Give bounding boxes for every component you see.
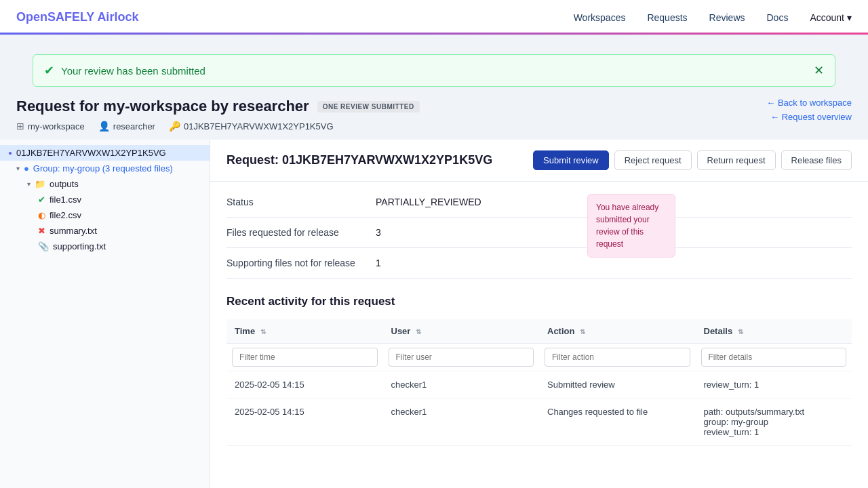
activity-title: Recent activity for this request xyxy=(226,295,852,308)
files-requested-label: Files requested for release xyxy=(226,227,376,238)
page-title: Request for my-workspace by researcher O… xyxy=(16,98,420,115)
meta-user: 👤 researcher xyxy=(98,121,155,131)
chevron-down-icon: ▾ xyxy=(847,12,852,23)
sidebar-file-1[interactable]: ✔ file1.csv xyxy=(0,192,210,207)
page-wrapper: ✔ Your review has been submitted ✕ Reque… xyxy=(0,35,868,488)
chevron-down-icon2: ▾ xyxy=(27,180,31,188)
filter-action-input[interactable] xyxy=(545,348,690,367)
supporting-files-value: 1 xyxy=(376,258,381,268)
nav-docs[interactable]: Docs xyxy=(767,12,789,23)
row1-details: review_turn: 1 xyxy=(696,371,852,399)
navbar: OpenSAFELY Airlock Workspaces Requests R… xyxy=(0,0,868,35)
filter-details-input[interactable] xyxy=(701,348,847,367)
file-supporting-icon: 📎 xyxy=(38,241,49,251)
meta-workspace: ⊞ my-workspace xyxy=(16,121,85,131)
account-menu[interactable]: Account ▾ xyxy=(810,12,852,23)
sidebar-folder-item[interactable]: ▾ 📁 outputs xyxy=(0,176,210,192)
alert-text: Your review has been submitted xyxy=(61,65,807,77)
title-text: Request for my-workspace by researcher xyxy=(16,98,309,115)
status-row-status: Status PARTIALLY_REVIEWED You have alrea… xyxy=(226,187,852,218)
status-table: Status PARTIALLY_REVIEWED You have alrea… xyxy=(210,187,868,279)
reject-request-button[interactable]: Reject request xyxy=(614,150,692,170)
navbar-links: Workspaces Requests Reviews Docs Account… xyxy=(574,12,852,23)
page-actions: ← Back to workspace ← Request overview xyxy=(766,98,852,122)
row1-user: checker1 xyxy=(383,371,540,399)
col-user[interactable]: User ⇅ xyxy=(383,319,540,344)
sort-time-icon: ⇅ xyxy=(260,328,266,336)
sidebar-root-item[interactable]: ● 01JKB7EH7YARVWXW1X2YP1K5VG xyxy=(0,145,210,161)
file-approved-icon: ✔ xyxy=(38,195,45,205)
nav-requests[interactable]: Requests xyxy=(647,12,687,23)
table-row: 2025-02-05 14:15 checker1 Submitted revi… xyxy=(226,371,852,399)
close-alert-button[interactable]: ✕ xyxy=(814,63,824,78)
root-circle-icon: ● xyxy=(8,149,12,157)
workspace-icon: ⊞ xyxy=(16,121,24,131)
sidebar-file-3-label: summary.txt xyxy=(50,226,97,236)
sidebar-file-4[interactable]: 📎 supporting.txt xyxy=(0,239,210,254)
meta-id: 🔑 01JKB7EH7YARVWXW1X2YP1K5VG xyxy=(169,121,334,131)
account-label: Account xyxy=(810,12,844,23)
row2-user: checker1 xyxy=(383,399,540,446)
files-requested-row: Files requested for release 3 xyxy=(226,218,852,248)
action-buttons: Submit review Reject request Return requ… xyxy=(533,150,852,170)
brand-logo[interactable]: OpenSAFELY Airlock xyxy=(16,10,138,24)
row2-action: Changes requested to file xyxy=(539,399,696,446)
sidebar-folder-label: outputs xyxy=(50,179,79,189)
row1-action: Submitted review xyxy=(539,371,696,399)
row2-time: 2025-02-05 14:15 xyxy=(226,399,383,446)
brand-highlight: Airlock xyxy=(97,10,138,24)
main-panel: Request: 01JKB7EH7YARVWXW1X2YP1K5VG Subm… xyxy=(210,140,868,488)
sidebar-file-2-label: file2.csv xyxy=(50,210,81,220)
nav-reviews[interactable]: Reviews xyxy=(709,12,745,23)
meta-user-label: researcher xyxy=(113,121,155,131)
col-action[interactable]: Action ⇅ xyxy=(539,319,696,344)
sidebar-root-label: 01JKB7EH7YARVWXW1X2YP1K5VG xyxy=(16,148,166,158)
supporting-files-label: Supporting files not for release xyxy=(226,258,376,268)
filter-details-cell xyxy=(696,344,852,371)
request-overview-link[interactable]: ← Request overview xyxy=(770,112,852,122)
files-requested-value: 3 xyxy=(376,227,381,238)
success-alert: ✔ Your review has been submitted ✕ xyxy=(33,54,835,87)
row2-detail-review: review_turn: 1 xyxy=(704,427,844,437)
file-rejected-icon: ✖ xyxy=(38,226,45,236)
table-row: 2025-02-05 14:15 checker1 Changes reques… xyxy=(226,399,852,446)
file-pending-icon: ◐ xyxy=(38,210,45,220)
brand-open: OpenSAFELY xyxy=(16,10,97,24)
id-icon: 🔑 xyxy=(169,121,180,131)
row2-detail-group: group: my-group xyxy=(704,417,844,427)
sort-details-icon: ⇅ xyxy=(738,328,743,336)
supporting-files-row: Supporting files not for release 1 xyxy=(226,248,852,279)
col-details[interactable]: Details ⇅ xyxy=(696,319,852,344)
meta-workspace-label: my-workspace xyxy=(28,121,85,131)
table-filter-row xyxy=(226,344,852,371)
col-time[interactable]: Time ⇅ xyxy=(226,319,383,344)
submit-review-button[interactable]: Submit review xyxy=(533,150,609,170)
status-label: Status xyxy=(226,197,376,207)
row2-detail-path: path: outputs/summary.txt xyxy=(704,407,844,417)
chevron-down-icon: ▾ xyxy=(16,165,20,172)
folder-icon: 📁 xyxy=(35,179,45,189)
sidebar-group-item[interactable]: ▾ ● Group: my-group (3 requested files) xyxy=(0,161,210,176)
filter-user-cell xyxy=(383,344,540,371)
status-value: PARTIALLY_REVIEWED xyxy=(376,197,481,207)
already-submitted-tooltip: You have already submitted your review o… xyxy=(587,194,675,258)
filter-time-input[interactable] xyxy=(232,348,378,367)
back-to-workspace-link[interactable]: ← Back to workspace xyxy=(766,98,852,108)
nav-workspaces[interactable]: Workspaces xyxy=(574,12,626,23)
content-area: ● 01JKB7EH7YARVWXW1X2YP1K5VG ▾ ● Group: … xyxy=(0,140,868,488)
row2-details: path: outputs/summary.txt group: my-grou… xyxy=(696,399,852,446)
sidebar-file-2[interactable]: ◐ file2.csv xyxy=(0,207,210,223)
page-title-area: Request for my-workspace by researcher O… xyxy=(16,98,420,131)
request-header: Request: 01JKB7EH7YARVWXW1X2YP1K5VG Subm… xyxy=(210,140,868,182)
group-circle-icon: ● xyxy=(24,163,29,174)
sidebar-file-1-label: file1.csv xyxy=(50,195,81,205)
filter-action-cell xyxy=(539,344,696,371)
sidebar-file-3[interactable]: ✖ summary.txt xyxy=(0,223,210,239)
sidebar: ● 01JKB7EH7YARVWXW1X2YP1K5VG ▾ ● Group: … xyxy=(0,140,210,488)
filter-user-input[interactable] xyxy=(389,348,534,367)
sort-user-icon: ⇅ xyxy=(416,328,421,336)
return-request-button[interactable]: Return request xyxy=(697,150,776,170)
meta-id-label: 01JKB7EH7YARVWXW1X2YP1K5VG xyxy=(184,121,334,131)
sort-action-icon: ⇅ xyxy=(580,328,585,336)
release-files-button[interactable]: Release files xyxy=(781,150,852,170)
